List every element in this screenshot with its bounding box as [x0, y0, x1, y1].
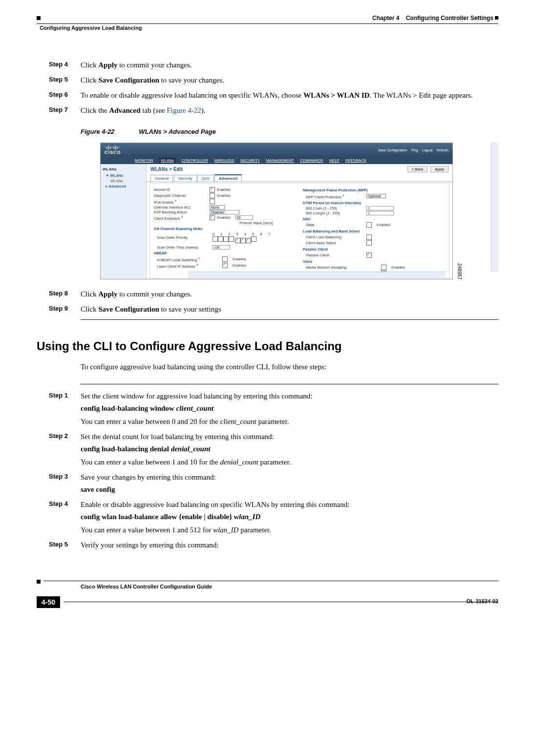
chapter-label: Chapter 4 — [372, 15, 399, 21]
scan-time-input[interactable]: 100 — [213, 245, 230, 250]
step-body: Click the Advanced tab (see Figure 4-22)… — [81, 105, 498, 116]
running-header: Chapter 4 Configuring Controller Setting… — [37, 15, 498, 21]
shot-sidebar: WLANs ▼ WLANs WLANs ▸ Advanced — [101, 164, 147, 279]
shot-page-title: WLANs > Edit — [150, 167, 183, 172]
step-label: Step 7 — [49, 105, 81, 116]
diag-checkbox[interactable] — [210, 193, 215, 198]
mfp-select[interactable]: Optional — [366, 194, 386, 198]
step-row: Step 5Verify your settings by entering t… — [49, 540, 498, 550]
v-scrollbar[interactable] — [491, 143, 498, 272]
step-body: To enable or disable aggressive load bal… — [81, 90, 498, 101]
apply-button[interactable]: Apply — [430, 166, 449, 172]
shot-top-links: Save Configuration Ping Logout Refresh — [375, 148, 449, 152]
step-row: Step 8Click Apply to commit your changes… — [49, 289, 498, 299]
step-row: Step 3Save your changes by entering this… — [49, 472, 498, 495]
back-button[interactable]: < Back — [407, 166, 428, 172]
step-row: Step 7Click the Advanced tab (see Figure… — [49, 105, 498, 116]
step-body: Set the client window for aggressive loa… — [81, 391, 498, 427]
step-label: Step 5 — [49, 75, 81, 85]
figure-caption: Figure 4-22WLANs > Advanced Page — [81, 128, 498, 135]
step-row: Step 4Click Apply to commit your changes… — [49, 60, 498, 70]
exclusion-input[interactable]: 60 — [235, 215, 253, 220]
aironet-checkbox[interactable] — [210, 187, 215, 192]
step-row: Step 4Enable or disable aggressive load … — [49, 500, 498, 535]
step-body: Verify your settings by entering this co… — [81, 540, 498, 550]
step-row: Step 5Click Save Configuration to save y… — [49, 75, 498, 85]
page-number: 4-50 — [37, 596, 60, 608]
step-label: Step 4 — [49, 500, 81, 535]
step-row: Step 1Set the client window for aggressi… — [49, 391, 498, 427]
exclusion-checkbox[interactable] — [210, 215, 215, 220]
step-row: Step 2Set the denial count for load bala… — [49, 432, 498, 467]
step-label: Step 9 — [49, 304, 81, 315]
page-footer: Cisco Wireless LAN Controller Configurat… — [0, 580, 535, 609]
figure-4-22: ·ı|ı·ı|ı·CISCO Save Configuration Ping L… — [100, 143, 498, 279]
section-intro: To configure aggressive load balancing u… — [81, 362, 498, 372]
footer-book-title: Cisco Wireless LAN Controller Configurat… — [81, 584, 498, 589]
figure-image-id: 248957 — [457, 263, 462, 279]
step-row: Step 9Click Save Configuration to save y… — [49, 304, 498, 315]
ipv6-checkbox[interactable] — [210, 199, 215, 204]
footer-ol: OL-21524-02 — [467, 598, 498, 604]
step-label: Step 2 — [49, 432, 81, 467]
step-body: Save your changes by entering this comma… — [81, 472, 498, 495]
step-body: Click Apply to commit your changes. — [81, 289, 498, 299]
step-body: Set the denial count for load balancing … — [81, 432, 498, 467]
tab-general[interactable]: General — [150, 175, 173, 182]
step-label: Step 3 — [49, 472, 81, 495]
shot-topbar: ·ı|ı·ı|ı·CISCO Save Configuration Ping L… — [101, 143, 452, 157]
step-label: Step 8 — [49, 289, 81, 299]
step-label: Step 6 — [49, 90, 81, 101]
override-select[interactable]: None — [210, 205, 225, 210]
shot-menubar: MONITOR WLANs CONTROLLER WIRELESS SECURI… — [101, 157, 452, 164]
step-body: Click Save Configuration to save your se… — [81, 304, 498, 315]
step-label: Step 4 — [49, 60, 81, 70]
h-scrollbar[interactable] — [188, 272, 446, 279]
tab-security[interactable]: Security — [174, 175, 197, 182]
shot-tabs: General Security QoS Advanced — [147, 174, 452, 182]
section-heading: Using the CLI to Configure Aggressive Lo… — [37, 339, 498, 353]
step-label: Step 5 — [49, 540, 81, 550]
tab-qos[interactable]: QoS — [197, 175, 214, 182]
step-body: Click Apply to commit your changes. — [81, 60, 498, 70]
tab-advanced[interactable]: Advanced — [214, 174, 242, 182]
step-body: Enable or disable aggressive load balanc… — [81, 500, 498, 535]
step-body: Click Save Configuration to save your ch… — [81, 75, 498, 85]
step-label: Step 1 — [49, 391, 81, 427]
cisco-logo: ·ı|ı·ı|ı·CISCO — [105, 145, 121, 155]
section-subhead: Configuring Aggressive Load Balancing — [37, 25, 498, 31]
chapter-title: Configuring Controller Settings — [406, 15, 493, 21]
step-row: Step 6To enable or disable aggressive lo… — [49, 90, 498, 101]
p2p-select[interactable]: Disabled — [210, 210, 239, 214]
